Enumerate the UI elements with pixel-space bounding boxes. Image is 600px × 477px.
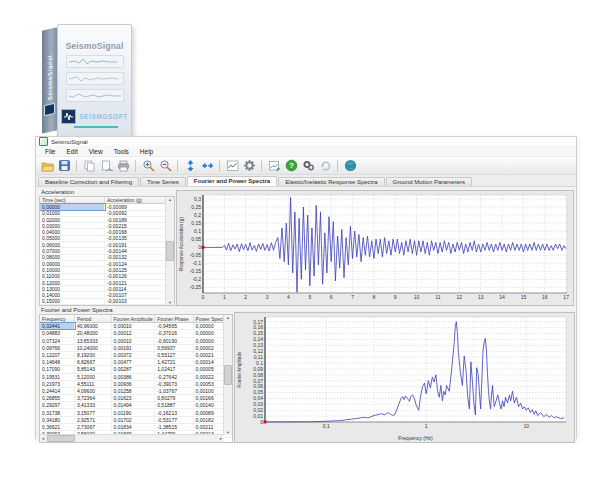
table-cell[interactable]: 0,03000	[40, 223, 105, 228]
zoom-out-button[interactable]	[157, 158, 173, 173]
table-cell[interactable]: 2,73067	[75, 424, 112, 430]
open-button[interactable]	[39, 158, 55, 173]
table-cell[interactable]: 0,00287	[112, 366, 156, 372]
table-cell[interactable]: -0,00114	[105, 286, 174, 291]
table-cell[interactable]: 0,00000	[40, 204, 105, 209]
table-cell[interactable]: 1,02417	[155, 366, 193, 372]
tools-button[interactable]	[300, 158, 316, 173]
table-cell[interactable]: -0,39073	[155, 381, 193, 387]
refresh-button[interactable]	[317, 158, 333, 173]
menu-item-tools[interactable]: Tools	[109, 148, 134, 155]
menu-item-file[interactable]: File	[40, 148, 60, 155]
table-cell[interactable]: 6,82667	[75, 359, 112, 365]
scroll-right-icon[interactable]: ►	[219, 436, 223, 441]
tab-baseline-correction-and-filtering[interactable]: Baseline Correction and Filtering	[38, 177, 139, 186]
table-cell[interactable]: -0,00069	[105, 204, 174, 209]
table-cell[interactable]: 0,04883	[40, 330, 75, 336]
help-button[interactable]: ?	[283, 158, 299, 173]
tab-fourier-and-power-spectra[interactable]: Fourier and Power Spectra	[187, 176, 277, 186]
scroll-down-icon[interactable]: ▼	[226, 430, 230, 435]
table-cell[interactable]: 0,01623	[112, 395, 156, 401]
scroll-thumb[interactable]	[47, 435, 75, 442]
table-cell[interactable]: 0,55127	[155, 352, 193, 358]
table-cell[interactable]: 0,36621	[40, 424, 75, 430]
table-cell[interactable]: 0,11000	[40, 274, 105, 279]
table-cell[interactable]: -0,00126	[105, 274, 174, 279]
table-cell[interactable]: -0,00107	[105, 292, 174, 297]
table-cell[interactable]: 0,80279	[155, 395, 193, 401]
table-cell[interactable]: 0,07324	[40, 338, 75, 344]
table-cell[interactable]: 0,14648	[40, 359, 75, 365]
table-cell[interactable]: 0,16000	[40, 305, 105, 306]
table-cell[interactable]: -0,00125	[105, 267, 174, 272]
table-cell[interactable]: 0,06000	[40, 242, 105, 247]
table-cell[interactable]: 0,14000	[40, 292, 105, 297]
table-cell[interactable]: -0,00135	[105, 236, 174, 241]
table-cell[interactable]: 0,12207	[40, 352, 75, 358]
table-cell[interactable]: 0,09766	[40, 345, 75, 351]
table-cell[interactable]: -0,27642	[155, 374, 193, 380]
table-cell[interactable]: 0,00012	[112, 330, 156, 336]
table-cell[interactable]: 3,72364	[75, 395, 112, 401]
table-cell[interactable]: 0,17090	[40, 366, 75, 372]
scroll-thumb[interactable]	[224, 365, 232, 385]
table-cell[interactable]: 40,96000	[75, 323, 112, 329]
table-cell[interactable]: 0,21973	[40, 381, 75, 387]
menu-item-view[interactable]: View	[84, 148, 108, 155]
fourier-chart[interactable]: 0,170,160,150,140,130,120,110,10,090,080…	[234, 312, 575, 443]
settings-button[interactable]	[241, 158, 257, 173]
scroll-up-icon[interactable]: ▲	[168, 197, 172, 202]
table-cell[interactable]: 3,41333	[75, 402, 112, 408]
tab-elastic-inelastic-response-spectra[interactable]: Elastic/Inelastic Response Spectra	[278, 177, 384, 186]
table-cell[interactable]: 0,13000	[40, 286, 105, 291]
table-cell[interactable]: 10,24000	[75, 345, 112, 351]
table-cell[interactable]: 0,08000	[40, 255, 105, 260]
table-cell[interactable]: 0,12000	[40, 280, 105, 285]
table-cell[interactable]: -0,60190	[155, 338, 193, 344]
table-cell[interactable]: -0,00215	[105, 223, 174, 228]
table-cell[interactable]: -0,00191	[105, 242, 174, 247]
table-cell[interactable]: 0,29297	[40, 402, 75, 408]
table-cell[interactable]: 0,34180	[40, 417, 75, 423]
chart-canvas[interactable]: 0,170,160,150,140,130,120,110,10,090,080…	[235, 313, 574, 442]
table-cell[interactable]: -0,00132	[105, 255, 174, 260]
table-cell[interactable]: 0,19531	[40, 374, 75, 380]
table-cell[interactable]: 0,00372	[112, 352, 156, 358]
table-cell[interactable]: 0,01190	[112, 409, 156, 415]
table-cell[interactable]: -1,38515	[155, 424, 193, 430]
save-button[interactable]	[56, 158, 72, 173]
copy-page-button[interactable]	[98, 158, 114, 173]
table-cell[interactable]: -0,00121	[105, 280, 174, 285]
menu-item-help[interactable]: Help	[135, 148, 158, 155]
table-cell[interactable]: 0,15000	[40, 299, 105, 304]
table-cell[interactable]: 0,01702	[112, 417, 156, 423]
scroll-left-icon[interactable]: ◄	[41, 436, 45, 441]
table-cell[interactable]: -1,03767	[155, 388, 193, 394]
tab-ground-motion-parameters[interactable]: Ground Motion Parameters	[386, 177, 472, 186]
web-button[interactable]	[342, 158, 358, 173]
table-cell[interactable]: 0,00936	[112, 381, 156, 387]
table-cell[interactable]: -0,00144	[105, 248, 174, 253]
table-cell[interactable]: 0,00010	[112, 338, 156, 344]
table-cell[interactable]: 0,00010	[112, 323, 156, 329]
fft-grid-vertical-scrollbar[interactable]: ▲▼	[223, 315, 232, 435]
copy-button[interactable]	[81, 158, 97, 173]
table-cell[interactable]: 3,15077	[75, 409, 112, 415]
table-cell[interactable]: -0,53177	[155, 417, 193, 423]
table-cell[interactable]: -0,00189	[105, 217, 174, 222]
table-cell[interactable]: 0,00477	[112, 359, 156, 365]
table-cell[interactable]: 0,31738	[40, 409, 75, 415]
table-cell[interactable]: 8,19200	[75, 352, 112, 358]
table-cell[interactable]: -0,00092	[105, 211, 174, 216]
table-cell[interactable]: 20,48000	[75, 330, 112, 336]
fit-vertical-button[interactable]	[182, 158, 198, 173]
table-cell[interactable]: 4,55111	[75, 381, 112, 387]
export-chart-button[interactable]	[266, 158, 282, 173]
table-cell[interactable]: 0,24414	[40, 388, 75, 394]
table-cell[interactable]: -0,00168	[105, 229, 174, 234]
table-cell[interactable]: 0,07000	[40, 248, 105, 253]
fft-grid-horizontal-scrollbar[interactable]: ◄►	[40, 434, 224, 442]
table-cell[interactable]: 0,51887	[155, 402, 193, 408]
table-cell[interactable]: 0,00191	[112, 345, 156, 351]
table-cell[interactable]: 0,09000	[40, 261, 105, 266]
